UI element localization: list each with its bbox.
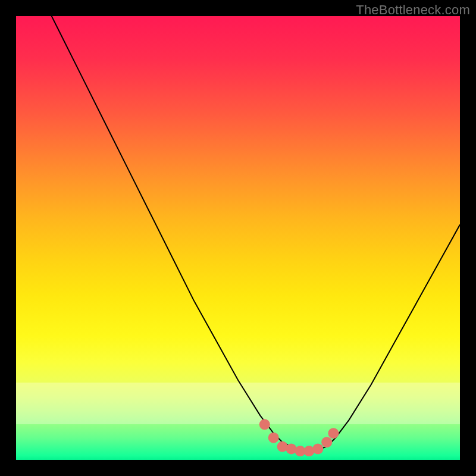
watermark-text: TheBottleneck.com <box>356 2 470 18</box>
marker-dot <box>328 428 339 439</box>
marker-dot <box>268 433 279 443</box>
curve-svg <box>16 16 460 460</box>
marker-dot <box>321 437 332 447</box>
plot-area <box>16 16 460 460</box>
bottleneck-curve <box>16 16 460 451</box>
marker-dot <box>312 443 323 454</box>
marker-dot <box>259 419 270 430</box>
chart-frame: TheBottleneck.com <box>0 0 476 476</box>
highlight-markers <box>259 419 339 456</box>
